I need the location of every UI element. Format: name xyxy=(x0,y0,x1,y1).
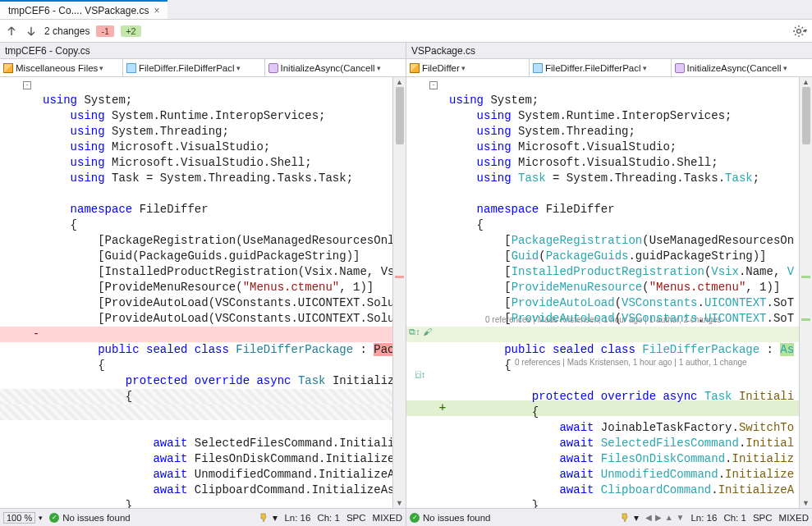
svg-line-5 xyxy=(795,27,796,29)
right-nav-bar: FileDiffer▾ FileDiffer.FileDifferPacl▾ I… xyxy=(406,59,812,77)
check-icon: ✓ xyxy=(49,513,59,523)
line-label: Ln: 16 xyxy=(690,513,717,523)
diff-toolbar: 2 changes -1 +2 ▾ xyxy=(0,20,812,43)
changes-count: 2 changes xyxy=(44,25,89,37)
prev-change-button[interactable] xyxy=(5,25,18,38)
svg-line-8 xyxy=(802,27,804,29)
nav-arrows[interactable]: ◀▶▲▼ xyxy=(645,513,685,522)
zoom-selector[interactable]: 100 % xyxy=(3,512,35,524)
deletions-badge: -1 xyxy=(96,25,114,37)
quick-actions-icon[interactable]: ▾ xyxy=(259,512,278,524)
issues-label: No issues found xyxy=(62,513,130,523)
svg-line-6 xyxy=(802,34,804,35)
left-scrollbar[interactable]: ▲ ▼ xyxy=(392,77,406,508)
settings-button[interactable]: ▾ xyxy=(792,24,807,39)
encoding-label: MIXED xyxy=(373,513,402,523)
tab-diff-vspackage[interactable]: tmpCEF6 - Co.... VSPackage.cs × xyxy=(0,0,167,19)
indent-label: SPC xyxy=(346,513,366,523)
right-pane: VSPackage.cs FileDiffer▾ FileDiffer.File… xyxy=(406,43,812,526)
right-code-editor[interactable]: 0 references | Mads Kristensen, 1 hour a… xyxy=(406,77,799,508)
line-label: Ln: 16 xyxy=(284,513,310,523)
nav-function[interactable]: InitializeAsync(Cancell▾ xyxy=(672,59,813,76)
check-icon: ✓ xyxy=(410,513,420,523)
right-scrollbar[interactable]: ▲ ▼ xyxy=(799,77,812,508)
left-code-editor[interactable]: - - using System; using System.Runtime.I… xyxy=(0,77,392,508)
left-nav-bar: Miscellaneous Files▾ FileDiffer.FileDiff… xyxy=(0,59,406,77)
insertions-badge: +2 xyxy=(121,25,141,37)
encoding-label: MIXED xyxy=(779,513,809,523)
nav-project[interactable]: FileDiffer▾ xyxy=(406,59,530,76)
svg-line-7 xyxy=(795,34,796,35)
col-label: Ch: 1 xyxy=(317,513,340,523)
nav-project[interactable]: Miscellaneous Files▾ xyxy=(0,59,123,76)
quick-actions-icon[interactable]: ▾ xyxy=(621,512,639,524)
indent-label: SPC xyxy=(753,513,773,523)
right-status-bar: ✓No issues found ▾ ◀▶▲▼ Ln: 16 Ch: 1 SPC… xyxy=(406,508,812,526)
next-change-button[interactable] xyxy=(25,25,38,38)
left-status-bar: 100 %▾ ✓No issues found ▾ Ln: 16 Ch: 1 S… xyxy=(0,508,406,526)
nav-namespace[interactable]: FileDiffer.FileDifferPacl▾ xyxy=(123,59,265,76)
issues-label: No issues found xyxy=(423,513,490,523)
nav-function[interactable]: InitializeAsync(Cancell▾ xyxy=(265,59,406,76)
right-pane-title: VSPackage.cs xyxy=(406,43,812,59)
tab-label: tmpCEF6 - Co.... VSPackage.cs xyxy=(8,5,149,16)
close-icon[interactable]: × xyxy=(154,5,159,16)
tab-strip: tmpCEF6 - Co.... VSPackage.cs × xyxy=(0,0,812,20)
col-label: Ch: 1 xyxy=(723,513,746,523)
nav-namespace[interactable]: FileDiffer.FileDifferPacl▾ xyxy=(530,59,672,76)
left-pane: tmpCEF6 - Copy.cs Miscellaneous Files▾ F… xyxy=(0,43,406,526)
svg-point-0 xyxy=(797,29,801,33)
left-pane-title: tmpCEF6 - Copy.cs xyxy=(0,43,406,59)
